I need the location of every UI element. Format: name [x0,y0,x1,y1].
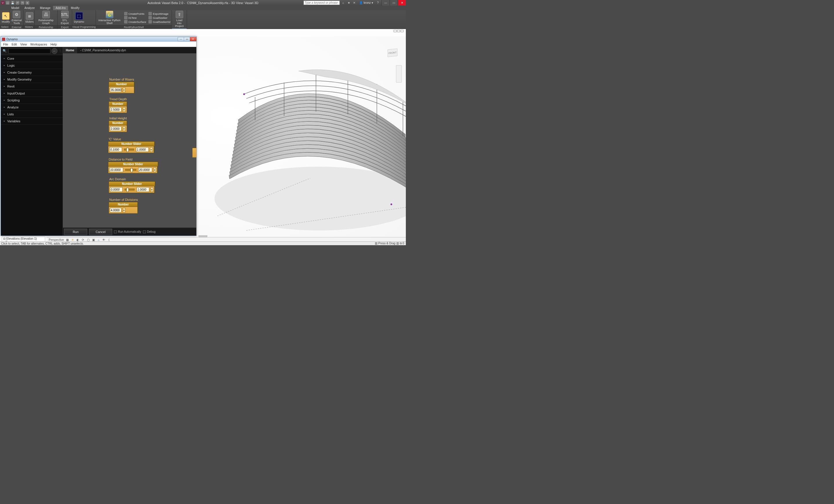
output-port[interactable]: ▸ [150,147,153,152]
slider-track[interactable] [125,189,134,191]
output-port[interactable]: ▸ [123,208,126,213]
node-tread-depth[interactable]: Tread Depth Number ▸ [109,97,127,113]
back-button[interactable]: ← [51,48,58,54]
menu-view[interactable]: View [20,43,27,46]
tree-analyze[interactable]: Analyze [1,104,63,111]
dynamo-canvas[interactable]: Home - CSNM_ParametricAssembly.dyn Numbe… [63,47,196,236]
qat-undo-icon[interactable]: ↶ [16,1,19,5]
rendering-icon[interactable]: ⟳ [81,238,85,242]
navigation-bar[interactable] [396,65,402,83]
slider-track[interactable] [124,149,134,150]
signin-icon[interactable]: ✕ [352,1,356,5]
ribbon-tab-analyze[interactable]: Analyze [22,6,37,10]
vp-min-icon[interactable] [394,30,397,32]
tree-scripting[interactable]: Scripting [1,97,63,104]
output-port[interactable]: ▸ [123,88,126,92]
number-input[interactable] [110,88,122,92]
crop-icon[interactable]: ▢ [86,238,90,242]
sun-path-icon[interactable]: ☀ [71,238,74,242]
tree-revit[interactable]: Revit [1,83,63,90]
slider-thumb[interactable] [130,168,133,172]
vp-close-icon[interactable] [401,30,403,32]
close-button[interactable]: ✕ [398,0,406,5]
clipped-downstream-node[interactable] [192,148,196,158]
drag-handle-icon[interactable]: ⋮ [59,49,62,53]
cancel-button[interactable]: Cancel [89,229,112,235]
node-initial-height[interactable]: Initial Height Number ▸ [109,116,127,132]
unhide-icon[interactable]: 👁 [102,238,106,242]
slider-max[interactable] [136,187,149,192]
tree-core[interactable]: Core [1,55,63,62]
breadcrumb-home[interactable]: Home [63,47,77,53]
python-shell-button[interactable]: 🐍 Interactive Python Shell [96,10,123,25]
output-port[interactable]: ▸ [153,168,156,172]
dynamo-titlebar[interactable]: Dynamo — ▭ ✕ [1,37,196,42]
sliders-button[interactable]: ≣ Sliders [23,10,35,25]
qat-open-icon[interactable]: ▭ [6,1,9,5]
menu-file[interactable]: File [3,43,8,46]
slider-max[interactable] [136,147,149,152]
ribbon-tab-addins[interactable]: Add-Ins [53,6,68,10]
node-c-value[interactable]: 'C' Value Number Slider ▸ [108,137,154,153]
slider-thumb[interactable] [126,188,129,192]
stl-export-button[interactable]: STL STL Export [58,10,72,25]
menu-help[interactable]: Help [50,43,57,46]
slider-min[interactable] [109,168,123,172]
tree-modify-geometry[interactable]: Modify Geometry [1,76,63,83]
script-createpoints[interactable]: CreatePoints [124,12,146,16]
tree-input-output[interactable]: Input/Output [1,90,63,97]
view-mode-label[interactable]: Perspective [49,238,64,241]
vp-max-icon[interactable] [397,30,400,32]
node-distance-to-field[interactable]: Distance to Field Number Slider ▸ [108,158,158,173]
run-button[interactable]: Run [64,229,87,235]
help-search-input[interactable] [304,1,340,5]
help-icon[interactable]: ? [376,1,380,5]
menu-workspaces[interactable]: Workspaces [30,43,47,46]
debug-checkbox[interactable]: Debug [143,230,155,233]
ribbon-tab-model[interactable]: Model [9,6,22,10]
node-number-of-risers[interactable]: Number of Risers Number ▸ [109,78,134,93]
script-createsurface[interactable]: CreateSurface [124,20,146,24]
external-tools-button[interactable]: ⚙ External Tools [10,10,23,25]
script-goalseeker02[interactable]: GoalSeeker02 [149,20,171,24]
script-goalseeker[interactable]: GoalSeeker [149,16,171,20]
maximize-button[interactable]: ▭ [390,0,398,5]
number-input[interactable] [110,107,122,112]
tree-variables[interactable]: Variables [1,118,63,125]
output-port[interactable]: ▸ [150,187,153,192]
shadows-icon[interactable]: ◐ [76,238,80,242]
slider-thumb[interactable] [126,148,129,152]
tree-create-geometry[interactable]: Create Geometry [1,69,63,76]
qat-dropdown-icon[interactable]: ▾ [25,1,29,5]
ribbon-tab-modify[interactable]: Modify [68,6,82,10]
app-menu-icon[interactable]: V [1,1,5,5]
node-number-of-divisions[interactable]: Number of Divisions Number ▸ [109,198,138,214]
dynamo-button[interactable]: ⬚ Dynamo [72,10,86,25]
slider-track[interactable] [125,169,136,171]
star-icon[interactable]: ★ [347,1,351,5]
viewcube-face[interactable]: FRONT [388,48,397,57]
output-port[interactable]: ▸ [123,126,126,131]
dynamo-minimize-button[interactable]: — [178,37,184,41]
output-port[interactable]: ▸ [123,107,126,112]
script-01test[interactable]: 01Test [124,16,146,20]
number-input[interactable] [110,208,122,213]
library-search-input[interactable] [8,48,50,53]
node-arc-domain[interactable]: Arc Domain Number Slider ▸ [109,177,155,193]
relationship-graph-button[interactable]: 品 Relationship Graph [35,10,58,25]
slider-min[interactable] [109,147,122,152]
tree-lists[interactable]: Lists [1,111,63,118]
tree-logic[interactable]: Logic [1,62,63,69]
dynamo-maximize-button[interactable]: ▭ [184,37,190,41]
viewcube[interactable]: FRONT [385,47,401,60]
crop-visible-icon[interactable]: ▣ [92,238,95,242]
visual-style-icon[interactable]: ▦ [66,238,69,242]
slider-min[interactable] [110,187,123,192]
qat-save-icon[interactable]: 💾 [11,1,15,5]
ribbon-tab-manage[interactable]: Manage [37,6,53,10]
menu-edit[interactable]: Edit [12,43,17,46]
run-automatically-checkbox[interactable]: Run Automatically [114,230,141,233]
dynamo-close-button[interactable]: ✕ [190,37,196,41]
qat-redo-icon[interactable]: ↷ [21,1,24,5]
lock-icon[interactable]: ⌂ [97,238,100,242]
